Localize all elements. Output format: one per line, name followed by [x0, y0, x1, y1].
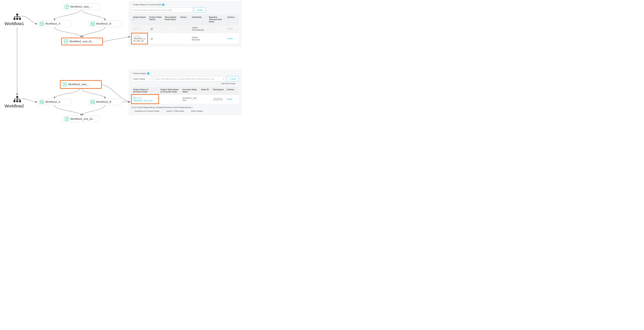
- panel-title: Output Name of Current Node: [133, 3, 161, 6]
- redacted-text: [133, 35, 140, 37]
- node-wf1-b[interactable]: Sq Workflow1_B: [88, 20, 122, 27]
- svg-rect-1: [14, 18, 16, 20]
- edit-icon[interactable]: [141, 40, 144, 42]
- node-label: Workflow2_A: [45, 100, 60, 103]
- output-name-panel: * Output Name of Current Node i : Create…: [129, 1, 242, 46]
- info-icon[interactable]: i: [133, 18, 134, 20]
- vi-badge-icon: Vi: [64, 39, 68, 43]
- output-table: Output Name i Output Table Name i Descen…: [132, 14, 239, 44]
- node-wf2-end[interactable]: Vi Workflow2_end_Ze...: [62, 116, 100, 122]
- sq-badge-icon: Sq: [90, 22, 94, 26]
- redacted-text: [133, 28, 140, 30]
- node-label: Workflow1_B: [96, 22, 111, 25]
- required-marker: *: [132, 72, 132, 75]
- node-wf2-start[interactable]: Vi Workflow2_start_...: [60, 80, 102, 89]
- sq-badge-icon: Sq: [40, 22, 44, 26]
- svg-rect-4: [16, 96, 18, 98]
- delete-action[interactable]: Delete: [227, 37, 233, 40]
- info-icon[interactable]: i: [192, 106, 192, 109]
- workflow-icon: [14, 13, 21, 20]
- cross-cycle-current-checkbox[interactable]: Instances of Current Node: [132, 110, 159, 112]
- edit-icon[interactable]: [151, 37, 153, 40]
- node-output-select[interactable]: Node Output: [132, 76, 152, 81]
- vi-badge-icon: Vi: [133, 97, 136, 99]
- redacted-text: [213, 98, 223, 100]
- parent-table: Output Name of Ancestor Node Output Tabl…: [132, 87, 239, 104]
- vi-badge-icon: Vi: [65, 117, 69, 121]
- parent-nodes-panel: * Parent Nodes i : Node Output Enter the…: [129, 70, 242, 115]
- create-button[interactable]: Create: [194, 7, 206, 12]
- required-marker: *: [132, 3, 132, 6]
- table-row: Vi .Workflow1_end_Zero - Workflow1_end_Z…: [132, 95, 239, 104]
- svg-rect-5: [14, 100, 16, 102]
- info-icon[interactable]: i: [147, 72, 149, 75]
- node-wf1-start[interactable]: Vi Workflow1_start_...: [62, 3, 100, 10]
- workflow1-label: Workflow1: [4, 21, 24, 26]
- node-wf1-a[interactable]: Sq Workflow1_A: [37, 20, 71, 27]
- vi-badge-icon: Vi: [65, 5, 69, 9]
- info-icon[interactable]: i: [162, 3, 164, 6]
- table-row: - - - Added Automatically - Delete: [132, 24, 239, 33]
- node-label: Workflow1_end_Ze...: [70, 40, 94, 43]
- sq-badge-icon: Sq: [40, 100, 44, 104]
- sq-badge-icon: Sq: [90, 100, 94, 104]
- add-root-node-checkbox[interactable]: Add Root Node: [218, 82, 236, 85]
- delete-action[interactable]: Delete: [227, 98, 232, 100]
- svg-rect-3: [19, 18, 21, 20]
- node-label: Workflow2_end_Ze...: [70, 118, 95, 120]
- svg-rect-2: [16, 18, 18, 20]
- node-wf2-b[interactable]: Sq Workflow2_B: [88, 99, 122, 105]
- node-wf1-end[interactable]: Vi Workflow1_end_Ze...: [61, 38, 103, 45]
- node-wf2-a[interactable]: Sq Workflow2_A: [37, 99, 71, 105]
- node-label: Workflow1_A: [45, 22, 60, 25]
- workflow2-label: Workflow2: [4, 104, 24, 109]
- svg-rect-7: [19, 100, 21, 102]
- svg-rect-0: [16, 14, 18, 15]
- ancestor-link[interactable]: .Workflow1_end_Zero: [133, 97, 153, 102]
- ancestor-search-select[interactable]: Enter the output name or output table na…: [154, 76, 225, 81]
- cross-cycle-level1-checkbox[interactable]: Level-1 Child Node: [163, 110, 184, 112]
- info-icon[interactable]: i: [155, 18, 156, 20]
- node-label: Workflow1_start_...: [70, 5, 92, 8]
- panel-title: Parent Nodes: [133, 72, 146, 75]
- output-name-input[interactable]: [132, 7, 192, 12]
- workflow-icon: [14, 96, 21, 102]
- delete-action-disabled: Delete: [227, 28, 233, 30]
- svg-rect-6: [16, 100, 18, 102]
- table-row: .Workflow1_end_Zero - - - Added Manually…: [132, 33, 239, 44]
- edit-icon[interactable]: [151, 28, 153, 30]
- vi-badge-icon: Vi: [63, 82, 67, 86]
- create-button[interactable]: Create: [227, 76, 239, 81]
- node-label: Workflow2_start_...: [68, 83, 90, 86]
- cross-cycle-other-checkbox[interactable]: Other Nodes: [188, 110, 203, 112]
- node-label: Workflow2_B: [96, 100, 111, 103]
